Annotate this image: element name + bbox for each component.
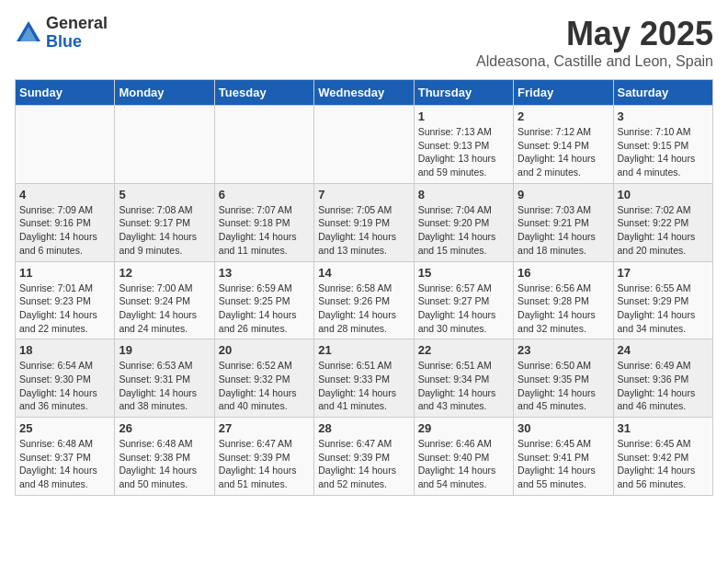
day-number: 10 [618, 188, 709, 201]
calendar-cell: 20Sunrise: 6:52 AMSunset: 9:32 PMDayligh… [214, 339, 313, 418]
day-info-text: Daylight: 14 hours [19, 386, 110, 400]
day-info-text: and 6 minutes. [19, 244, 110, 258]
day-of-week-header: Saturday [613, 80, 712, 106]
day-info-text: Sunset: 9:26 PM [318, 294, 409, 308]
day-info-text: Daylight: 14 hours [219, 464, 310, 477]
calendar-cell: 18Sunrise: 6:54 AMSunset: 9:30 PMDayligh… [16, 339, 115, 418]
day-number: 20 [219, 343, 310, 357]
day-info-text: Daylight: 14 hours [518, 464, 609, 477]
day-info-text: Sunrise: 7:07 AM [219, 203, 310, 217]
subtitle: Aldeasona, Castille and Leon, Spain [476, 53, 713, 70]
day-number: 22 [418, 343, 509, 357]
day-info-text: Sunset: 9:30 PM [19, 373, 110, 386]
day-number: 23 [518, 343, 609, 357]
day-info-text: and 36 minutes. [19, 399, 110, 413]
title-area: May 2025 Aldeasona, Castille and Leon, S… [476, 15, 713, 70]
day-info-text: Sunset: 9:42 PM [618, 451, 709, 465]
day-info-text: and 32 minutes. [518, 322, 609, 336]
calendar-cell: 10Sunrise: 7:02 AMSunset: 9:22 PMDayligh… [613, 183, 712, 261]
day-info-text: and 48 minutes. [19, 477, 110, 491]
day-info-text: and 34 minutes. [618, 322, 709, 336]
day-number: 6 [219, 188, 310, 201]
day-info-text: Sunrise: 7:04 AM [418, 203, 509, 217]
day-info-text: Sunrise: 7:03 AM [518, 203, 609, 217]
day-number: 25 [19, 421, 110, 435]
day-info-text: Sunrise: 7:13 AM [418, 125, 509, 139]
calendar-cell: 3Sunrise: 7:10 AMSunset: 9:15 PMDaylight… [613, 106, 712, 184]
day-number: 3 [618, 109, 709, 123]
calendar-cell: 16Sunrise: 6:56 AMSunset: 9:28 PMDayligh… [514, 261, 613, 339]
day-info-text: Sunset: 9:41 PM [518, 451, 609, 465]
day-info-text: Sunrise: 6:47 AM [318, 437, 409, 451]
calendar-cell: 30Sunrise: 6:45 AMSunset: 9:41 PMDayligh… [514, 418, 613, 496]
day-info-text: Sunset: 9:28 PM [518, 294, 609, 308]
day-info-text: Sunset: 9:35 PM [518, 373, 609, 386]
day-info-text: and 46 minutes. [618, 399, 709, 413]
calendar-cell: 13Sunrise: 6:59 AMSunset: 9:25 PMDayligh… [214, 261, 313, 339]
calendar-cell: 14Sunrise: 6:58 AMSunset: 9:26 PMDayligh… [314, 261, 414, 339]
day-info-text: and 59 minutes. [418, 166, 509, 179]
day-info-text: Sunrise: 6:45 AM [518, 437, 609, 451]
day-info-text: and 55 minutes. [518, 477, 609, 491]
calendar-cell: 17Sunrise: 6:55 AMSunset: 9:29 PMDayligh… [613, 261, 712, 339]
day-info-text: Sunset: 9:31 PM [119, 373, 210, 386]
day-info-text: Sunrise: 7:12 AM [518, 125, 609, 139]
calendar-cell [314, 106, 414, 184]
day-info-text: Sunrise: 6:49 AM [618, 359, 709, 373]
main-title: May 2025 [476, 15, 713, 53]
day-of-week-header: Monday [115, 80, 214, 106]
calendar-cell [115, 106, 214, 184]
calendar-cell: 7Sunrise: 7:05 AMSunset: 9:19 PMDaylight… [314, 183, 414, 261]
day-info-text: Daylight: 14 hours [418, 386, 509, 400]
day-info-text: Daylight: 14 hours [119, 464, 210, 477]
calendar-cell: 9Sunrise: 7:03 AMSunset: 9:21 PMDaylight… [514, 183, 613, 261]
day-info-text: Sunrise: 6:55 AM [618, 282, 709, 295]
calendar-cell: 23Sunrise: 6:50 AMSunset: 9:35 PMDayligh… [514, 339, 613, 418]
day-info-text: Sunrise: 6:54 AM [19, 359, 110, 373]
day-info-text: Sunrise: 6:47 AM [219, 437, 310, 451]
day-info-text: Daylight: 13 hours [418, 152, 509, 166]
day-info-text: and 45 minutes. [518, 399, 609, 413]
day-info-text: and 22 minutes. [19, 322, 110, 336]
day-info-text: Sunset: 9:19 PM [318, 216, 409, 230]
day-info-text: and 38 minutes. [119, 399, 210, 413]
day-info-text: Daylight: 14 hours [219, 230, 310, 244]
page-header: General Blue May 2025 Aldeasona, Castill… [15, 15, 713, 70]
calendar-cell: 15Sunrise: 6:57 AMSunset: 9:27 PMDayligh… [414, 261, 513, 339]
day-info-text: Sunrise: 6:48 AM [119, 437, 210, 451]
day-number: 1 [418, 109, 509, 123]
calendar-table: SundayMondayTuesdayWednesdayThursdayFrid… [15, 79, 713, 496]
day-info-text: and 4 minutes. [618, 166, 709, 179]
day-number: 29 [418, 421, 509, 435]
day-info-text: Sunrise: 6:48 AM [19, 437, 110, 451]
day-info-text: Sunset: 9:18 PM [219, 216, 310, 230]
day-info-text: Sunset: 9:33 PM [318, 373, 409, 386]
day-info-text: and 43 minutes. [418, 399, 509, 413]
day-info-text: and 15 minutes. [418, 244, 509, 258]
calendar-cell: 11Sunrise: 7:01 AMSunset: 9:23 PMDayligh… [16, 261, 115, 339]
day-info-text: Sunset: 9:40 PM [418, 451, 509, 465]
calendar-cell: 21Sunrise: 6:51 AMSunset: 9:33 PMDayligh… [314, 339, 414, 418]
day-number: 13 [219, 266, 310, 280]
day-number: 5 [119, 188, 210, 201]
day-info-text: Daylight: 14 hours [318, 230, 409, 244]
day-number: 28 [318, 421, 409, 435]
day-info-text: Sunset: 9:20 PM [418, 216, 509, 230]
day-info-text: Sunset: 9:15 PM [618, 139, 709, 153]
day-info-text: Sunrise: 6:46 AM [418, 437, 509, 451]
day-info-text: and 50 minutes. [119, 477, 210, 491]
day-info-text: Sunset: 9:13 PM [418, 139, 509, 153]
day-info-text: Sunset: 9:14 PM [518, 139, 609, 153]
day-info-text: Sunrise: 6:45 AM [618, 437, 709, 451]
day-info-text: and 30 minutes. [418, 322, 509, 336]
day-info-text: Daylight: 14 hours [518, 386, 609, 400]
day-info-text: and 52 minutes. [318, 477, 409, 491]
logo-blue-text: Blue [46, 33, 108, 52]
calendar-cell: 26Sunrise: 6:48 AMSunset: 9:38 PMDayligh… [115, 418, 214, 496]
day-info-text: Daylight: 14 hours [318, 386, 409, 400]
calendar-cell: 1Sunrise: 7:13 AMSunset: 9:13 PMDaylight… [414, 106, 513, 184]
day-info-text: Daylight: 14 hours [119, 386, 210, 400]
day-info-text: and 54 minutes. [418, 477, 509, 491]
day-info-text: Sunset: 9:39 PM [318, 451, 409, 465]
calendar-cell [16, 106, 115, 184]
